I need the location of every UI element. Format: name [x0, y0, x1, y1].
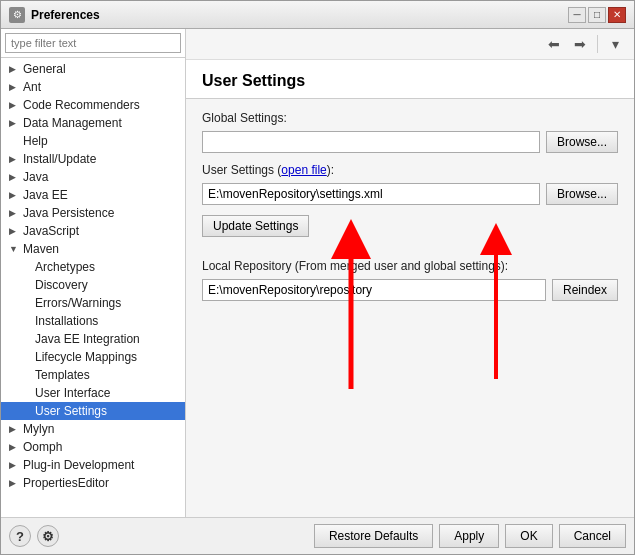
- tree-arrow-ant: ▶: [9, 82, 19, 92]
- sidebar-item-label-general: General: [23, 62, 66, 76]
- ok-button[interactable]: OK: [505, 524, 552, 548]
- open-file-link[interactable]: open file: [281, 163, 326, 177]
- bottom-right: Restore Defaults Apply OK Cancel: [314, 524, 626, 548]
- tree: ▶General▶Ant▶Code Recommenders▶Data Mana…: [1, 58, 185, 517]
- bottom-bar: ? ⚙ Restore Defaults Apply OK Cancel: [1, 517, 634, 554]
- sidebar-item-label-oomph: Oomph: [23, 440, 62, 454]
- sidebar-item-label-templates: Templates: [35, 368, 90, 382]
- minimize-button[interactable]: ─: [568, 7, 586, 23]
- annotation-arrows: [186, 99, 634, 517]
- sidebar-item-label-user-interface: User Interface: [35, 386, 110, 400]
- tree-arrow-plugin-development: ▶: [9, 460, 19, 470]
- tree-arrow-java-ee: ▶: [9, 190, 19, 200]
- sidebar-item-label-help: Help: [23, 134, 48, 148]
- tree-arrow-code-recommenders: ▶: [9, 100, 19, 110]
- sidebar-item-archetypes[interactable]: Archetypes: [1, 258, 185, 276]
- global-settings-row: Browse...: [202, 131, 618, 153]
- sidebar-item-label-java-ee: Java EE: [23, 188, 68, 202]
- sidebar-item-java-persistence[interactable]: ▶Java Persistence: [1, 204, 185, 222]
- browse-button-1[interactable]: Browse...: [546, 131, 618, 153]
- dropdown-button[interactable]: ▾: [604, 33, 626, 55]
- content-area: ▶General▶Ant▶Code Recommenders▶Data Mana…: [1, 29, 634, 517]
- sidebar-item-java[interactable]: ▶Java: [1, 168, 185, 186]
- restore-defaults-button[interactable]: Restore Defaults: [314, 524, 433, 548]
- sidebar-item-java-ee-integration[interactable]: Java EE Integration: [1, 330, 185, 348]
- sidebar-item-help[interactable]: Help: [1, 132, 185, 150]
- tree-arrow-mylyn: ▶: [9, 424, 19, 434]
- back-button[interactable]: ⬅: [543, 33, 565, 55]
- local-repo-row: Reindex: [202, 279, 618, 301]
- browse-button-2[interactable]: Browse...: [546, 183, 618, 205]
- apply-button[interactable]: Apply: [439, 524, 499, 548]
- tree-arrow-install-update: ▶: [9, 154, 19, 164]
- filter-box: [1, 29, 185, 58]
- sidebar-item-installations[interactable]: Installations: [1, 312, 185, 330]
- sidebar-item-install-update[interactable]: ▶Install/Update: [1, 150, 185, 168]
- global-settings-input[interactable]: [202, 131, 540, 153]
- sidebar-item-plugin-development[interactable]: ▶Plug-in Development: [1, 456, 185, 474]
- sidebar-item-templates[interactable]: Templates: [1, 366, 185, 384]
- sidebar-item-general[interactable]: ▶General: [1, 60, 185, 78]
- sidebar-item-label-installations: Installations: [35, 314, 98, 328]
- sidebar-item-label-javascript: JavaScript: [23, 224, 79, 238]
- sidebar-item-label-plugin-development: Plug-in Development: [23, 458, 134, 472]
- tree-arrow-properties-editor: ▶: [9, 478, 19, 488]
- tree-arrow-general: ▶: [9, 64, 19, 74]
- update-settings-button[interactable]: Update Settings: [202, 215, 309, 237]
- search-input[interactable]: [5, 33, 181, 53]
- sidebar-item-ant[interactable]: ▶Ant: [1, 78, 185, 96]
- sidebar-item-label-code-recommenders: Code Recommenders: [23, 98, 140, 112]
- separator: [202, 249, 618, 259]
- sidebar-item-label-archetypes: Archetypes: [35, 260, 95, 274]
- panel-title: User Settings: [186, 60, 634, 99]
- user-settings-label-text: User Settings (: [202, 163, 281, 177]
- sidebar-item-label-discovery: Discovery: [35, 278, 88, 292]
- help-icon[interactable]: ?: [9, 525, 31, 547]
- sidebar-item-user-settings[interactable]: User Settings: [1, 402, 185, 420]
- cancel-button[interactable]: Cancel: [559, 524, 626, 548]
- sidebar-item-label-properties-editor: PropertiesEditor: [23, 476, 109, 490]
- sidebar-item-data-management[interactable]: ▶Data Management: [1, 114, 185, 132]
- sidebar-item-label-java-persistence: Java Persistence: [23, 206, 114, 220]
- title-bar: ⚙ Preferences ─ □ ✕: [1, 1, 634, 29]
- sidebar-item-lifecycle-mappings[interactable]: Lifecycle Mappings: [1, 348, 185, 366]
- window-title: Preferences: [31, 8, 100, 22]
- close-button[interactable]: ✕: [608, 7, 626, 23]
- sidebar-item-label-ant: Ant: [23, 80, 41, 94]
- sidebar-item-discovery[interactable]: Discovery: [1, 276, 185, 294]
- tree-arrow-oomph: ▶: [9, 442, 19, 452]
- sidebar-item-label-maven: Maven: [23, 242, 59, 256]
- sidebar-item-label-install-update: Install/Update: [23, 152, 96, 166]
- tree-arrow-java-persistence: ▶: [9, 208, 19, 218]
- maximize-button[interactable]: □: [588, 7, 606, 23]
- sidebar-item-label-java-ee-integration: Java EE Integration: [35, 332, 140, 346]
- bottom-left: ? ⚙: [9, 525, 59, 547]
- tree-arrow-javascript: ▶: [9, 226, 19, 236]
- user-settings-label-end: ):: [327, 163, 334, 177]
- local-repo-input[interactable]: [202, 279, 546, 301]
- settings-icon[interactable]: ⚙: [37, 525, 59, 547]
- sidebar: ▶General▶Ant▶Code Recommenders▶Data Mana…: [1, 29, 186, 517]
- sidebar-item-label-java: Java: [23, 170, 48, 184]
- sidebar-item-label-data-management: Data Management: [23, 116, 122, 130]
- reindex-button[interactable]: Reindex: [552, 279, 618, 301]
- user-settings-row: Browse...: [202, 183, 618, 205]
- toolbar-separator: [597, 35, 598, 53]
- sidebar-item-oomph[interactable]: ▶Oomph: [1, 438, 185, 456]
- tree-arrow-java: ▶: [9, 172, 19, 182]
- panel-body: Global Settings: Browse... User Settings…: [186, 99, 634, 517]
- main-panel: ⬅ ➡ ▾ User Settings Global Settings: Bro…: [186, 29, 634, 517]
- tree-arrow-data-management: ▶: [9, 118, 19, 128]
- sidebar-item-mylyn[interactable]: ▶Mylyn: [1, 420, 185, 438]
- sidebar-item-maven[interactable]: ▼Maven: [1, 240, 185, 258]
- user-settings-input[interactable]: [202, 183, 540, 205]
- sidebar-item-properties-editor[interactable]: ▶PropertiesEditor: [1, 474, 185, 492]
- sidebar-item-user-interface[interactable]: User Interface: [1, 384, 185, 402]
- sidebar-item-java-ee[interactable]: ▶Java EE: [1, 186, 185, 204]
- sidebar-item-code-recommenders[interactable]: ▶Code Recommenders: [1, 96, 185, 114]
- sidebar-item-errors-warnings[interactable]: Errors/Warnings: [1, 294, 185, 312]
- local-repo-label: Local Repository (From merged user and g…: [202, 259, 618, 273]
- sidebar-item-javascript[interactable]: ▶JavaScript: [1, 222, 185, 240]
- title-buttons: ─ □ ✕: [568, 7, 626, 23]
- forward-button[interactable]: ➡: [569, 33, 591, 55]
